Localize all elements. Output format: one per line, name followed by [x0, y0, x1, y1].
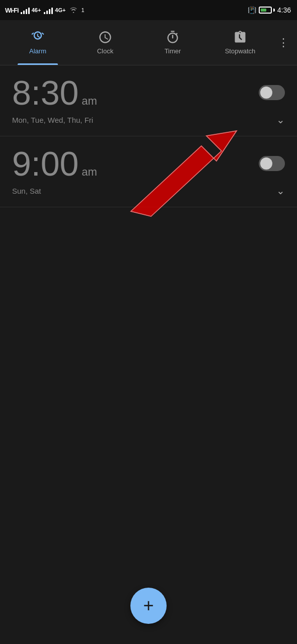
battery-fill — [261, 9, 267, 12]
alarm-top-row-1: 8:30 am — [12, 75, 285, 110]
network-type-2: 4G+ — [55, 7, 65, 13]
signal-bars-1 — [21, 6, 30, 14]
chevron-down-icon-2[interactable]: ⌄ — [276, 185, 285, 197]
tab-timer-label: Timer — [165, 47, 181, 55]
tab-timer[interactable]: Timer — [139, 20, 206, 65]
signal-bar — [51, 8, 53, 14]
main-content: 8:30 am Mon, Tue, Wed, Thu, Fri ⌄ 9:00 a… — [0, 65, 297, 207]
stopwatch-icon — [233, 30, 247, 44]
signal-bar — [23, 11, 25, 14]
alarm-time-2: 9:00 am — [12, 146, 97, 181]
signal-bar — [28, 8, 30, 14]
status-time: 4:36 — [277, 6, 291, 14]
battery-icon — [259, 7, 275, 14]
tab-stopwatch[interactable]: Stopwatch — [206, 20, 274, 65]
status-left: Wi-Fi 46+ 4G+ 1 — [5, 6, 85, 14]
tab-alarm-label: Alarm — [29, 47, 46, 55]
nav-tabs: Alarm Clock Timer Stopwatch ⋮ — [0, 20, 297, 65]
alarm-top-row-2: 9:00 am — [12, 146, 285, 181]
alarm-hour-1: 8:30 — [12, 75, 79, 110]
alarm-days-1: Mon, Tue, Wed, Thu, Fri — [12, 116, 93, 124]
battery-body — [259, 7, 272, 14]
alarm-days-row-2: Sun, Sat ⌄ — [12, 185, 285, 197]
tab-clock[interactable]: Clock — [71, 20, 139, 65]
signal-bar — [26, 9, 27, 14]
add-alarm-button[interactable]: + — [130, 588, 167, 624]
signal-bar — [46, 11, 48, 14]
chevron-down-icon-1[interactable]: ⌄ — [276, 114, 285, 126]
vibrate-icon: 📳 — [248, 6, 256, 14]
tab-alarm[interactable]: Alarm — [4, 20, 71, 65]
alarm-toggle-1[interactable] — [259, 85, 285, 100]
alarm-item-2[interactable]: 9:00 am Sun, Sat ⌄ — [0, 136, 297, 207]
wifi-icon — [69, 7, 78, 14]
alarm-days-2: Sun, Sat — [12, 187, 41, 195]
more-menu-button[interactable]: ⋮ — [274, 32, 293, 53]
alarm-hour-2: 9:00 — [12, 146, 79, 181]
toggle-knob-1 — [260, 87, 272, 99]
alarm-item-1[interactable]: 8:30 am Mon, Tue, Wed, Thu, Fri ⌄ — [0, 65, 297, 136]
alarm-period-1: am — [82, 95, 97, 108]
toggle-knob-2 — [260, 157, 272, 170]
alarm-days-row-1: Mon, Tue, Wed, Thu, Fri ⌄ — [12, 114, 285, 126]
status-right: 📳 4:36 — [248, 6, 291, 14]
clock-icon — [98, 30, 112, 44]
carrier-label: Wi-Fi — [5, 7, 19, 14]
timer-icon — [166, 30, 180, 44]
tab-stopwatch-label: Stopwatch — [225, 47, 256, 55]
alarm-period-2: am — [82, 166, 97, 179]
signal-bar — [44, 12, 45, 14]
network-type-1: 46+ — [32, 7, 41, 13]
battery-tip — [273, 9, 275, 12]
tab-clock-label: Clock — [97, 47, 114, 55]
alarm-toggle-2[interactable] — [259, 156, 285, 171]
wifi-indicator: 1 — [81, 7, 84, 13]
signal-bar — [21, 12, 22, 14]
signal-bar — [49, 9, 50, 14]
fab-container: + — [130, 588, 167, 624]
alarm-icon — [31, 30, 45, 44]
alarm-time-1: 8:30 am — [12, 75, 97, 110]
signal-bars-2 — [44, 6, 53, 14]
status-bar: Wi-Fi 46+ 4G+ 1 📳 — [0, 0, 297, 20]
